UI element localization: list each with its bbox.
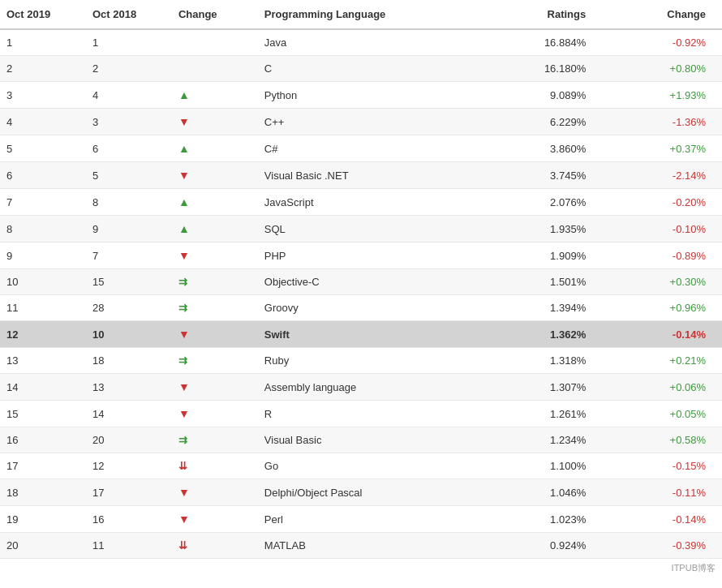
rating-value: 1.023% xyxy=(498,506,610,533)
rating-value: 1.234% xyxy=(498,427,610,453)
change-value: -0.92% xyxy=(610,29,722,56)
language-name: JavaScript xyxy=(258,189,499,216)
rank-oct2019: 16 xyxy=(0,427,86,453)
language-name: C xyxy=(258,56,499,82)
rank-oct2019: 19 xyxy=(0,506,86,533)
rank-oct2018: 8 xyxy=(86,189,172,216)
language-name: Go xyxy=(258,453,499,479)
change-icon-cell: ▼ xyxy=(172,374,258,401)
language-name: Objective-C xyxy=(258,269,499,295)
table-row: 20 11 ⇊ MATLAB 0.924% -0.39% xyxy=(0,533,722,559)
change-icon-cell: ⇉ xyxy=(172,295,258,321)
change-icon-cell xyxy=(172,56,258,82)
rating-value: 2.076% xyxy=(498,189,610,216)
table-row: 6 5 ▼ Visual Basic .NET 3.745% -2.14% xyxy=(0,162,722,189)
up1-icon: ▲ xyxy=(178,88,190,101)
language-name: Groovy xyxy=(258,295,499,321)
change-icon-cell: ▼ xyxy=(172,506,258,533)
change-value: +0.96% xyxy=(610,295,722,321)
rank-oct2019: 12 xyxy=(0,321,86,348)
table-row: 18 17 ▼ Delphi/Object Pascal 1.046% -0.1… xyxy=(0,479,722,506)
change-value: -1.36% xyxy=(610,109,722,135)
down1-icon: ▼ xyxy=(178,169,190,182)
rating-value: 1.307% xyxy=(498,374,610,401)
table-row: 16 20 ⇉ Visual Basic 1.234% +0.58% xyxy=(0,427,722,453)
change-icon-cell: ▲ xyxy=(172,216,258,242)
table-row: 19 16 ▼ Perl 1.023% -0.14% xyxy=(0,506,722,533)
rank-oct2018: 20 xyxy=(86,427,172,453)
change-value: -0.89% xyxy=(610,242,722,269)
rank-oct2018: 14 xyxy=(86,401,172,427)
rank-oct2019: 14 xyxy=(0,374,86,401)
table-row: 11 28 ⇉ Groovy 1.394% +0.96% xyxy=(0,295,722,321)
rank-oct2019: 13 xyxy=(0,348,86,374)
change-icon-cell: ⇉ xyxy=(172,269,258,295)
header-lang: Programming Language xyxy=(258,0,499,29)
rating-value: 16.884% xyxy=(498,29,610,56)
rank-oct2018: 7 xyxy=(86,242,172,269)
down2-icon: ⇊ xyxy=(178,539,187,552)
change-value: -0.39% xyxy=(610,533,722,559)
change-icon-cell: ▼ xyxy=(172,109,258,135)
rank-oct2018: 16 xyxy=(86,506,172,533)
language-name: Swift xyxy=(258,321,499,348)
rank-oct2018: 17 xyxy=(86,479,172,506)
rank-oct2018: 3 xyxy=(86,109,172,135)
header-oct2019: Oct 2019 xyxy=(0,0,86,29)
change-icon-cell: ⇉ xyxy=(172,427,258,453)
rank-oct2018: 5 xyxy=(86,162,172,189)
rating-value: 1.261% xyxy=(498,401,610,427)
rank-oct2019: 18 xyxy=(0,479,86,506)
language-name: PHP xyxy=(258,242,499,269)
rating-value: 1.909% xyxy=(498,242,610,269)
table-body: 1 1 Java 16.884% -0.92% 2 2 C 16.180% +0… xyxy=(0,29,722,559)
table-row: 1 1 Java 16.884% -0.92% xyxy=(0,29,722,56)
change-value: +0.80% xyxy=(610,56,722,82)
language-name: Ruby xyxy=(258,348,499,374)
rating-value: 0.924% xyxy=(498,533,610,559)
change-value: -0.20% xyxy=(610,189,722,216)
header-chg: Change xyxy=(610,0,722,29)
rank-oct2018: 12 xyxy=(86,453,172,479)
rank-oct2019: 7 xyxy=(0,189,86,216)
language-name: MATLAB xyxy=(258,533,499,559)
rank-oct2019: 10 xyxy=(0,269,86,295)
rank-oct2019: 3 xyxy=(0,82,86,109)
rank-oct2019: 2 xyxy=(0,56,86,82)
table-row: 9 7 ▼ PHP 1.909% -0.89% xyxy=(0,242,722,269)
change-value: -0.15% xyxy=(610,453,722,479)
change-icon-cell: ⇉ xyxy=(172,348,258,374)
rank-oct2019: 5 xyxy=(0,135,86,162)
change-icon-cell xyxy=(172,29,258,56)
change-value: -0.10% xyxy=(610,216,722,242)
language-name: C++ xyxy=(258,109,499,135)
rating-value: 1.362% xyxy=(498,321,610,348)
rank-oct2019: 9 xyxy=(0,242,86,269)
language-name: Java xyxy=(258,29,499,56)
table-header: Oct 2019 Oct 2018 Change Programming Lan… xyxy=(0,0,722,29)
down1-icon: ▼ xyxy=(178,249,190,262)
language-name: Python xyxy=(258,82,499,109)
rank-oct2018: 11 xyxy=(86,533,172,559)
down2-icon: ⇊ xyxy=(178,460,187,472)
change-value: -0.14% xyxy=(610,321,722,348)
language-name: C# xyxy=(258,135,499,162)
table-row: 12 10 ▼ Swift 1.362% -0.14% xyxy=(0,321,722,348)
change-value: +1.93% xyxy=(610,82,722,109)
down1-icon: ▼ xyxy=(178,328,190,341)
change-icon-cell: ⇊ xyxy=(172,533,258,559)
change-value: +0.06% xyxy=(610,374,722,401)
header-change: Change xyxy=(172,0,258,29)
table-row: 13 18 ⇉ Ruby 1.318% +0.21% xyxy=(0,348,722,374)
rank-oct2018: 18 xyxy=(86,348,172,374)
rating-value: 1.100% xyxy=(498,453,610,479)
rating-value: 9.089% xyxy=(498,82,610,109)
rank-oct2019: 4 xyxy=(0,109,86,135)
rating-value: 1.501% xyxy=(498,269,610,295)
change-icon-cell: ▼ xyxy=(172,479,258,506)
table-row: 15 14 ▼ R 1.261% +0.05% xyxy=(0,401,722,427)
up1-icon: ▲ xyxy=(178,142,190,155)
rating-value: 6.229% xyxy=(498,109,610,135)
change-value: +0.30% xyxy=(610,269,722,295)
table-row: 5 6 ▲ C# 3.860% +0.37% xyxy=(0,135,722,162)
